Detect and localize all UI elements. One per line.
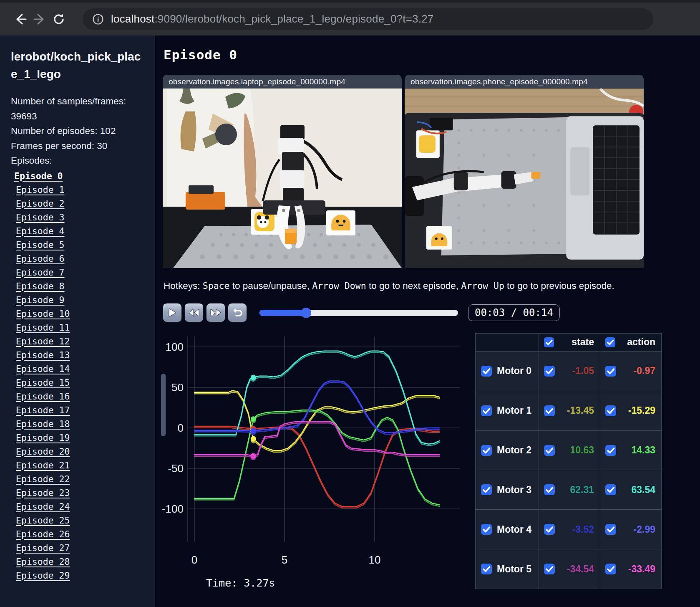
- episode-link-episode-20[interactable]: Episode 20: [16, 445, 144, 458]
- checkbox[interactable]: [544, 337, 554, 347]
- checkbox[interactable]: [544, 445, 555, 456]
- time-display: 00:03 / 00:14: [468, 304, 560, 321]
- laptop-video[interactable]: [163, 89, 402, 268]
- checkbox[interactable]: [544, 564, 555, 574]
- checkbox[interactable]: [481, 484, 492, 495]
- checkbox[interactable]: [605, 405, 616, 416]
- motor-row-motor-4: Motor 4 -3.52 -2.99: [476, 510, 662, 549]
- episode-link-episode-3[interactable]: Episode 3: [16, 210, 144, 224]
- forward-button[interactable]: [30, 10, 49, 29]
- action-value: -0.97: [616, 365, 655, 377]
- svg-text:50: 50: [171, 381, 184, 394]
- motor-row-motor-2: Motor 2 10.63 14.33: [476, 430, 662, 470]
- hotkeys-hint: Hotkeys: Space to pause/unpause, Arrow D…: [164, 281, 700, 291]
- episode-link-episode-26[interactable]: Episode 26: [16, 527, 144, 541]
- episode-link-episode-12[interactable]: Episode 12: [16, 334, 144, 348]
- reload-button[interactable]: [49, 10, 68, 29]
- episode-link-episode-10[interactable]: Episode 10: [16, 307, 144, 321]
- scrollbar-thumb[interactable]: [161, 374, 166, 436]
- play-icon: [168, 308, 177, 318]
- episode-link-episode-25[interactable]: Episode 25: [16, 513, 144, 527]
- episode-link-episode-4[interactable]: Episode 4: [16, 224, 144, 238]
- episode-link-episode-11[interactable]: Episode 11: [16, 321, 144, 334]
- motor-row-motor-1: Motor 1 -13.45 -15.29: [476, 391, 662, 430]
- phone-video[interactable]: [405, 89, 644, 268]
- dataset-title: lerobot/koch_pick_place_1_lego: [11, 48, 144, 83]
- checkbox[interactable]: [481, 445, 492, 456]
- checkbox[interactable]: [481, 405, 492, 416]
- rewind-button[interactable]: [184, 303, 204, 322]
- url-path: :9090/lerobot/koch_pick_place_1_lego/epi…: [154, 13, 433, 25]
- motor-row-motor-3: Motor 3 62.31 63.54: [476, 470, 662, 510]
- site-info-icon[interactable]: [92, 13, 104, 25]
- checkbox[interactable]: [544, 405, 555, 416]
- checkbox[interactable]: [605, 337, 615, 347]
- motor-table: state action Motor 0 -1.05 -0.97 Motor 1…: [475, 333, 662, 589]
- episode-link-episode-29[interactable]: Episode 29: [16, 569, 144, 582]
- episode-link-episode-16[interactable]: Episode 16: [16, 389, 144, 403]
- motor-table-header-row: state action: [476, 334, 662, 352]
- episode-link-episode-28[interactable]: Episode 28: [16, 555, 144, 569]
- action-value: -15.29: [616, 405, 655, 416]
- loop-button[interactable]: [228, 303, 247, 322]
- episodes-label: Episodes:: [11, 153, 144, 168]
- checkbox[interactable]: [605, 524, 616, 535]
- checkbox[interactable]: [544, 366, 555, 377]
- episode-link-episode-22[interactable]: Episode 22: [16, 472, 144, 486]
- episode-link-episode-17[interactable]: Episode 17: [16, 403, 144, 417]
- fast-forward-icon: [210, 308, 222, 317]
- episode-link-episode-6[interactable]: Episode 6: [16, 252, 144, 266]
- play-button[interactable]: [163, 303, 182, 322]
- stat-episodes: Number of episodes: 102: [11, 124, 144, 139]
- state-value: -1.05: [555, 365, 594, 377]
- episode-link-episode-18[interactable]: Episode 18: [16, 417, 144, 431]
- episode-link-episode-21[interactable]: Episode 21: [16, 458, 144, 472]
- episode-link-episode-2[interactable]: Episode 2: [16, 197, 144, 210]
- state-header: state: [554, 336, 594, 348]
- episode-link-episode-9[interactable]: Episode 9: [16, 293, 144, 307]
- episode-link-episode-15[interactable]: Episode 15: [16, 376, 144, 389]
- checkbox[interactable]: [481, 524, 492, 535]
- fast-forward-button[interactable]: [206, 303, 225, 322]
- checkbox[interactable]: [544, 524, 555, 535]
- videos-row: observation.images.laptop_episode_000000…: [163, 75, 700, 268]
- episode-link-episode-1[interactable]: Episode 1: [16, 183, 144, 197]
- checkbox[interactable]: [605, 445, 616, 456]
- back-button[interactable]: [11, 10, 30, 29]
- episode-link-episode-5[interactable]: Episode 5: [16, 238, 144, 252]
- checkbox[interactable]: [605, 484, 616, 495]
- laptop: [566, 116, 644, 259]
- stat-fps: Frames per second: 30: [11, 139, 144, 154]
- laptop-video-card: observation.images.laptop_episode_000000…: [163, 75, 402, 268]
- episode-link-episode-7[interactable]: Episode 7: [16, 266, 144, 279]
- episode-link-episode-14[interactable]: Episode 14: [16, 362, 144, 376]
- svg-text:100: 100: [166, 341, 184, 353]
- checkbox[interactable]: [481, 564, 492, 574]
- checkbox[interactable]: [605, 366, 616, 377]
- action-header: action: [615, 336, 655, 348]
- loop-icon: [232, 308, 243, 318]
- hotkey-space: Space: [203, 281, 230, 291]
- motor-label: Motor 2: [497, 445, 531, 456]
- header-empty-cell: [476, 334, 539, 352]
- checkbox[interactable]: [481, 366, 492, 377]
- checkbox[interactable]: [544, 484, 555, 495]
- action-value: -33.49: [616, 564, 655, 575]
- episode-link-episode-19[interactable]: Episode 19: [16, 431, 144, 445]
- seek-slider-thumb[interactable]: [301, 308, 311, 318]
- chart-time-label: Time: 3.27s: [206, 577, 471, 589]
- episode-link-episode-13[interactable]: Episode 13: [16, 348, 144, 362]
- episode-link-episode-0[interactable]: Episode 0: [14, 169, 144, 183]
- episode-link-episode-24[interactable]: Episode 24: [16, 500, 144, 513]
- dataset-stats: Number of samples/frames: 39693 Number o…: [11, 94, 144, 168]
- svg-text:10: 10: [369, 554, 381, 566]
- seek-slider[interactable]: [259, 310, 458, 316]
- checkbox[interactable]: [605, 564, 616, 574]
- episode-link-episode-27[interactable]: Episode 27: [16, 541, 144, 555]
- episode-link-episode-23[interactable]: Episode 23: [16, 486, 144, 500]
- episode-link-episode-8[interactable]: Episode 8: [16, 279, 144, 293]
- phone-video-title: observation.images.phone_episode_000000.…: [405, 75, 644, 89]
- motor-label: Motor 1: [497, 405, 531, 416]
- url-bar[interactable]: localhost:9090/lerobot/koch_pick_place_1…: [83, 8, 653, 30]
- motor-chart[interactable]: 100500-50-1000510 Time: 3.27s: [160, 333, 471, 589]
